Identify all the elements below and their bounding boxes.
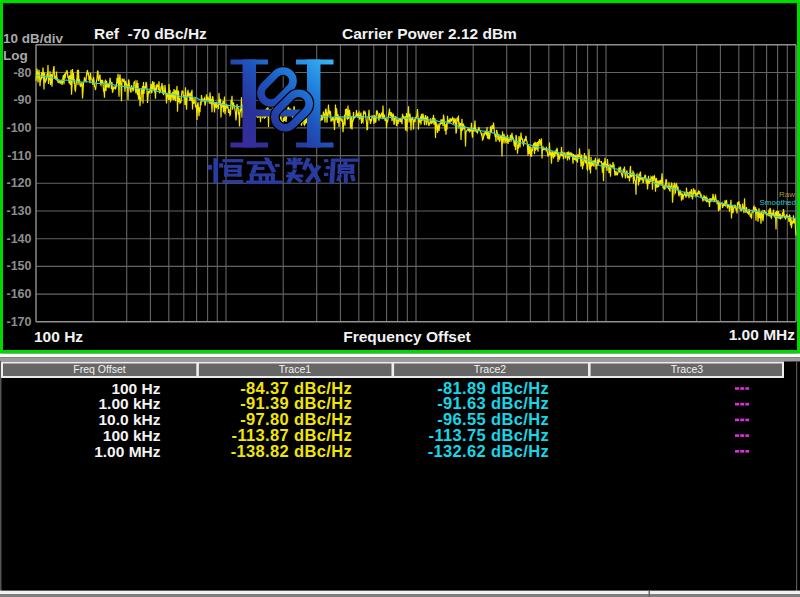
svg-text:-110: -110: [7, 149, 31, 163]
svg-text:Smoothed: Smoothed: [760, 198, 796, 207]
svg-text:-90: -90: [13, 93, 31, 107]
svg-text:Log: Log: [3, 48, 28, 63]
svg-text:100 Hz: 100 Hz: [111, 380, 160, 397]
svg-text:-132.62 dBc/Hz: -132.62 dBc/Hz: [428, 442, 549, 460]
svg-text:100 kHz: 100 kHz: [103, 427, 161, 444]
svg-text:-140: -140: [6, 232, 31, 246]
svg-text:-80: -80: [13, 66, 31, 80]
svg-text:-120: -120: [6, 176, 31, 190]
svg-text:Carrier Power 2.12 dBm: Carrier Power 2.12 dBm: [342, 25, 517, 42]
svg-text:Trace2: Trace2: [474, 363, 506, 375]
svg-text:-160: -160: [6, 287, 31, 301]
svg-text:Frequency Offset: Frequency Offset: [343, 328, 470, 345]
svg-text:-130: -130: [6, 204, 31, 218]
svg-text:Trace3: Trace3: [671, 363, 703, 375]
svg-text:-150: -150: [6, 259, 31, 273]
svg-text:-170: -170: [6, 315, 31, 329]
svg-text:100 Hz: 100 Hz: [34, 328, 83, 345]
svg-text:1.00 MHz: 1.00 MHz: [94, 443, 161, 460]
svg-text:10.0 kHz: 10.0 kHz: [98, 411, 160, 428]
svg-text:10 dB/div: 10 dB/div: [3, 31, 64, 46]
svg-text:-138.82 dBc/Hz: -138.82 dBc/Hz: [231, 442, 352, 460]
svg-text:Ref -70 dBc/Hz: Ref -70 dBc/Hz: [94, 25, 207, 42]
svg-text:1.00 kHz: 1.00 kHz: [98, 395, 160, 412]
svg-text:Trace1: Trace1: [279, 363, 311, 375]
svg-text:Freq Offset: Freq Offset: [73, 363, 125, 375]
svg-text:-100: -100: [6, 121, 31, 135]
svg-text:1.00 MHz: 1.00 MHz: [729, 326, 796, 343]
